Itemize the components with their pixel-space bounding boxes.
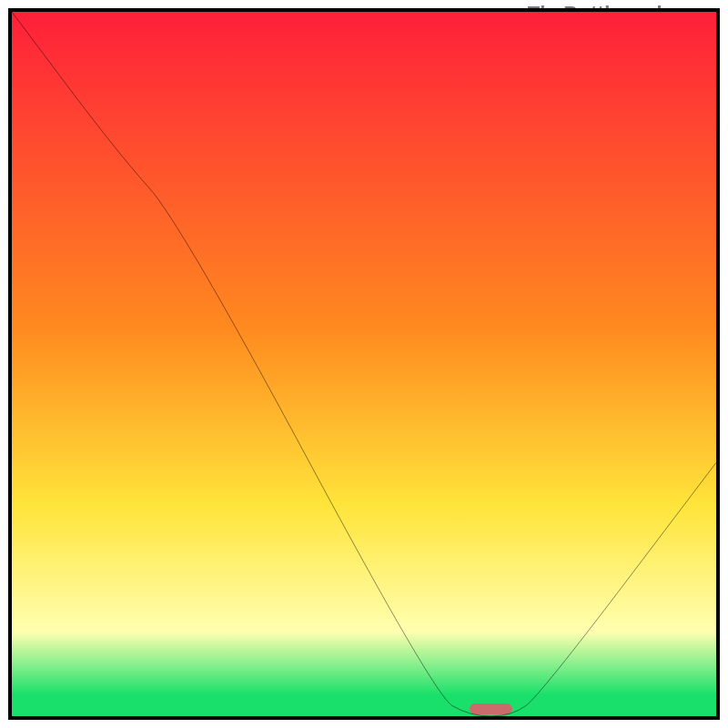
gradient-background	[12, 12, 716, 716]
svg-rect-0	[12, 12, 716, 716]
optimal-marker	[470, 703, 511, 714]
chart-frame	[8, 8, 720, 720]
